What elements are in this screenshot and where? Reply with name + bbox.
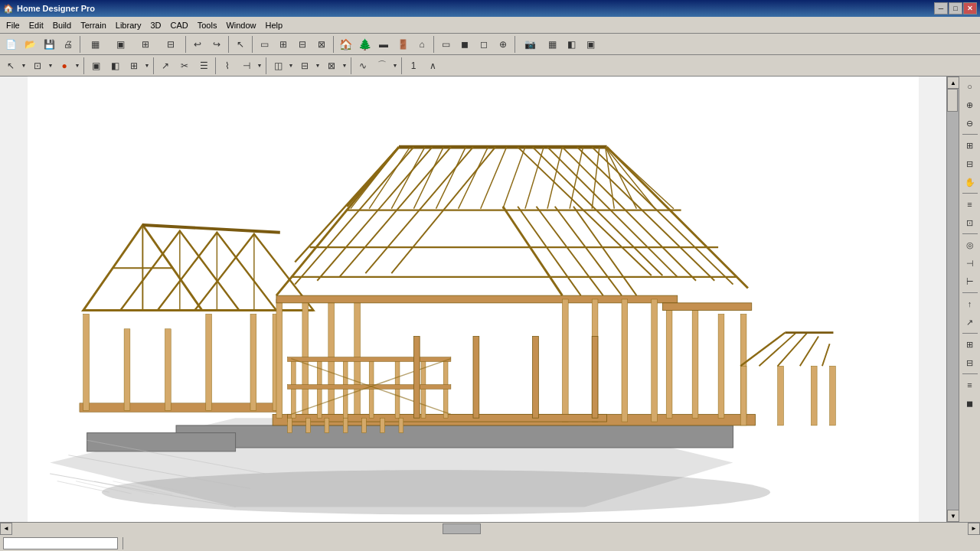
snap-tool[interactable]: ⊣ [237, 57, 256, 74]
grid-tool[interactable]: ⊠ [322, 57, 341, 74]
door-icon-btn[interactable]: 🚪 [394, 36, 412, 53]
wave-tool[interactable]: ∿ [354, 57, 372, 74]
roof-icon-btn[interactable]: ⌂ [413, 36, 431, 53]
tb-w3[interactable]: ⊟ [293, 36, 312, 53]
svg-rect-107 [362, 418, 367, 432]
open-button[interactable]: 📂 [21, 36, 39, 53]
menu-edit[interactable]: Edit [24, 19, 48, 31]
scroll-left-arrow[interactable]: ◄ [0, 523, 12, 535]
status-divider [122, 537, 123, 549]
save-button[interactable]: 💾 [40, 36, 58, 53]
draw5[interactable]: ⊞ [125, 57, 143, 74]
hatch-tool[interactable]: ☰ [194, 57, 213, 74]
rp-9-btn[interactable]: ◎ [962, 236, 978, 253]
undo-button[interactable]: ↩ [188, 36, 207, 53]
layer-tool[interactable]: ⊟ [296, 57, 314, 74]
num-tool[interactable]: 1 [404, 57, 423, 74]
menu-build[interactable]: Build [48, 19, 76, 31]
hand-btn[interactable]: ✋ [962, 174, 978, 191]
tb-icon7[interactable]: ⊟ [158, 36, 183, 53]
menu-window[interactable]: Window [221, 19, 260, 31]
floor3-btn[interactable]: ◻ [475, 36, 493, 53]
floor4-btn[interactable]: ⊕ [494, 36, 512, 53]
tb-w2[interactable]: ⊞ [274, 36, 292, 53]
zoom-out-btn[interactable]: ⊖ [962, 115, 978, 132]
house-icon-btn[interactable]: 🏠 [336, 36, 354, 53]
select2-dropdown[interactable]: ▼ [47, 57, 54, 74]
grid-dropdown[interactable]: ▼ [341, 57, 348, 74]
rp-12-btn[interactable]: ↑ [962, 295, 978, 312]
rp-15-btn[interactable]: ⊟ [962, 354, 978, 371]
rp-16-btn[interactable]: ≡ [962, 377, 978, 393]
tb-w4[interactable]: ⊠ [312, 36, 331, 53]
circle-dropdown[interactable]: ▼ [74, 57, 81, 74]
pointer-tool[interactable]: ↖ [231, 36, 250, 53]
menu-help[interactable]: Help [261, 19, 288, 31]
circle-tool[interactable]: ● [55, 57, 74, 74]
menu-terrain[interactable]: Terrain [76, 19, 111, 31]
vertical-scrollbar[interactable]: ▲ ▼ [946, 77, 959, 522]
draw5-dropdown[interactable]: ▼ [143, 57, 151, 74]
fit-all-btn[interactable]: ⊟ [962, 155, 978, 172]
scroll-right-arrow[interactable]: ► [968, 523, 980, 535]
scroll-down-arrow[interactable]: ▼ [947, 510, 959, 522]
rp-17-btn[interactable]: ◼ [962, 395, 978, 412]
select-tool[interactable]: ↖ [2, 57, 20, 74]
snap-dropdown[interactable]: ▼ [256, 57, 263, 74]
minimize-button[interactable]: ─ [934, 2, 948, 15]
zoom-circle-btn[interactable]: ○ [962, 78, 978, 95]
rp-13-btn[interactable]: ↗ [962, 314, 978, 331]
draw4[interactable]: ◧ [106, 57, 124, 74]
fit-view-btn[interactable]: ⊞ [962, 137, 978, 154]
tb-end2[interactable]: ◧ [562, 36, 580, 53]
draw3[interactable]: ▣ [87, 57, 105, 74]
tb-end1[interactable]: ▦ [543, 36, 561, 53]
wall-icon-btn[interactable]: ▬ [374, 36, 393, 53]
menu-library[interactable]: Library [111, 19, 146, 31]
new-button[interactable]: 📄 [2, 36, 20, 53]
rp-14-btn[interactable]: ⊞ [962, 336, 978, 353]
rp-11-btn[interactable]: ⊢ [962, 273, 978, 290]
view-dropdown[interactable]: ▼ [287, 57, 295, 74]
select-dropdown[interactable]: ▼ [20, 57, 28, 74]
layer-dropdown[interactable]: ▼ [314, 57, 322, 74]
floor2-btn[interactable]: ◼ [456, 36, 474, 53]
status-left-field [3, 537, 118, 549]
arc-tool[interactable]: ⌒ [373, 57, 391, 74]
rp-10-btn[interactable]: ⊣ [962, 255, 978, 272]
svg-rect-71 [652, 299, 658, 422]
h-scroll-thumb[interactable] [443, 523, 481, 534]
canvas-area[interactable] [0, 77, 946, 522]
rp-8-btn[interactable]: ⊡ [962, 214, 978, 231]
h-scroll-track[interactable] [12, 523, 968, 535]
scroll-track[interactable] [947, 89, 959, 510]
cam-btn[interactable]: 📷 [518, 36, 542, 53]
menu-cad[interactable]: CAD [165, 19, 192, 31]
maximize-button[interactable]: □ [949, 2, 962, 15]
scroll-thumb[interactable] [947, 89, 958, 112]
menu-tools[interactable]: Tools [193, 19, 222, 31]
close-button[interactable]: ✕ [963, 2, 977, 15]
arc-dropdown[interactable]: ▼ [391, 57, 399, 74]
tb-w1[interactable]: ▭ [255, 36, 273, 53]
dim-tool[interactable]: ⌇ [218, 57, 237, 74]
horizontal-scrollbar[interactable]: ◄ ► [0, 522, 980, 534]
angle-tool[interactable]: ∧ [423, 57, 442, 74]
scroll-up-arrow[interactable]: ▲ [947, 77, 959, 89]
tb-icon4[interactable]: ▦ [83, 36, 107, 53]
view-tool[interactable]: ◫ [269, 57, 287, 74]
rp-7-btn[interactable]: ≡ [962, 196, 978, 213]
tb-icon6[interactable]: ⊞ [133, 36, 158, 53]
tree-icon-btn[interactable]: 🌲 [355, 36, 374, 53]
redo-button[interactable]: ↪ [207, 36, 226, 53]
floor1-btn[interactable]: ▭ [436, 36, 455, 53]
zoom-in-btn[interactable]: ⊕ [962, 96, 978, 113]
menu-file[interactable]: File [2, 19, 24, 31]
select2-tool[interactable]: ⊡ [28, 57, 47, 74]
line-tool[interactable]: ↗ [156, 57, 175, 74]
trim-tool[interactable]: ✂ [175, 57, 194, 74]
tb-icon5[interactable]: ▣ [108, 36, 132, 53]
tb-end3[interactable]: ▣ [581, 36, 599, 53]
menu-3d[interactable]: 3D [145, 19, 165, 31]
print-button[interactable]: 🖨 [59, 36, 77, 53]
